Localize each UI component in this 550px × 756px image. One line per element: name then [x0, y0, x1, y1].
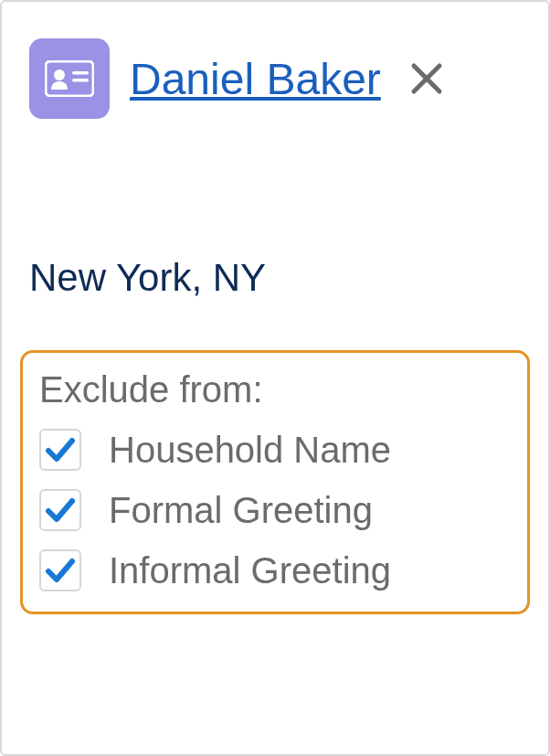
check-icon [45, 495, 76, 526]
svg-rect-3 [72, 79, 89, 82]
checkbox-household-name[interactable] [39, 429, 81, 471]
close-icon[interactable] [408, 60, 445, 97]
checkbox-label: Informal Greeting [109, 550, 391, 591]
checkbox-formal-greeting[interactable] [39, 489, 81, 531]
id-card-icon [29, 38, 110, 119]
exclude-item: Informal Greeting [39, 549, 511, 591]
svg-rect-2 [72, 71, 89, 75]
exclude-section: Exclude from: Household Name Formal Gree… [20, 350, 530, 614]
svg-point-1 [54, 69, 65, 80]
contact-name-link[interactable]: Daniel Baker [130, 54, 381, 104]
checkbox-informal-greeting[interactable] [39, 549, 81, 591]
contact-location: New York, NY [2, 128, 548, 300]
exclude-title: Exclude from: [39, 369, 511, 410]
check-icon [45, 434, 76, 465]
exclude-item: Household Name [39, 429, 511, 471]
card-header: Daniel Baker [2, 2, 548, 128]
exclude-item: Formal Greeting [39, 489, 511, 531]
checkbox-label: Household Name [109, 430, 391, 470]
contact-card: Daniel Baker New York, NY Exclude from: … [0, 0, 550, 756]
checkbox-label: Formal Greeting [109, 490, 373, 530]
check-icon [45, 555, 76, 586]
